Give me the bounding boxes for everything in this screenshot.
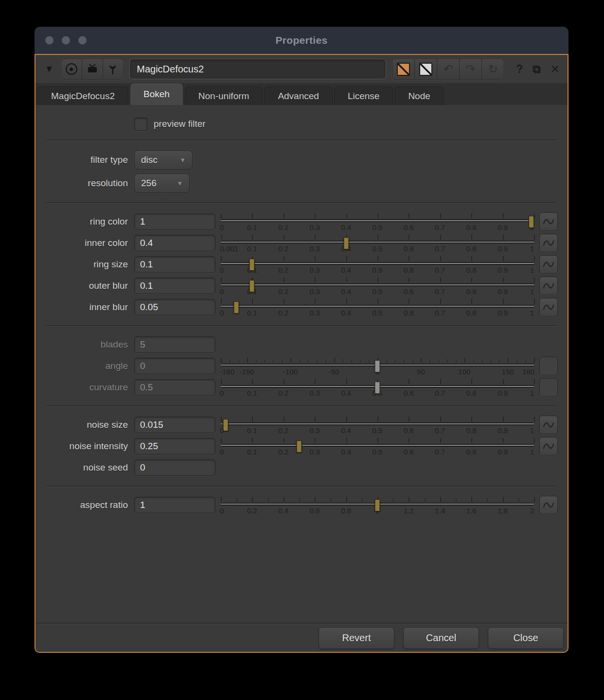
- slider-tick: [534, 235, 535, 240]
- node-menu-icon[interactable]: ▼: [43, 64, 55, 74]
- outer-blur-input[interactable]: 0.1: [134, 278, 215, 294]
- aspect-ratio-input[interactable]: 1: [134, 497, 215, 513]
- node-settings-button[interactable]: [103, 59, 124, 79]
- tab-non-uniform[interactable]: Non-uniform: [185, 87, 263, 105]
- curvature-input[interactable]: 0.5: [134, 379, 215, 396]
- slider-tick: [377, 278, 378, 282]
- slider-tick: [409, 438, 409, 443]
- gl-color-button[interactable]: [415, 59, 437, 79]
- slider-tick-label: 0.9: [497, 287, 508, 296]
- monitor-output-button[interactable]: [82, 59, 103, 79]
- slider-tick: [503, 278, 504, 282]
- properties-content: ▼ MagicDefocus2: [35, 54, 568, 653]
- outer-blur-slider[interactable]: 00.10.20.30.40.50.60.70.80.91: [221, 275, 534, 297]
- aspect-ratio-slider[interactable]: 00.20.40.60.811.21.41.61.82: [221, 494, 534, 516]
- angle-slider-handle[interactable]: [375, 360, 380, 372]
- aspect-ratio-curve-button[interactable]: [539, 496, 558, 514]
- slider-tick-label: 0.4: [341, 309, 351, 317]
- inner-blur-slider-handle[interactable]: [234, 301, 239, 314]
- noise-intensity-slider-handle[interactable]: [297, 440, 302, 453]
- tab-magicdefocus2[interactable]: MagicDefocus2: [37, 87, 128, 105]
- ring-color-input[interactable]: 1: [134, 213, 215, 230]
- undo-icon: ↶: [444, 63, 453, 75]
- animation-curve-icon: [542, 280, 555, 292]
- undo-button[interactable]: ↶: [437, 59, 460, 79]
- noise-intensity-slider[interactable]: 00.10.20.30.40.50.60.70.80.91: [221, 436, 534, 457]
- center-node-button[interactable]: [61, 59, 82, 79]
- angle-slider[interactable]: -180-150-100-50050100150180: [221, 355, 534, 377]
- ring-size-slider[interactable]: 00.10.20.30.40.50.60.70.80.91: [221, 254, 534, 275]
- curvature-curve-button[interactable]: [539, 378, 558, 397]
- ring-color-slider-handle[interactable]: [529, 216, 534, 228]
- close-button[interactable]: Close: [488, 627, 564, 649]
- titlebar[interactable]: Properties: [35, 27, 568, 54]
- revert-changes-button[interactable]: ↻: [482, 59, 504, 79]
- slider-tick: [440, 278, 441, 282]
- slider-track: [221, 262, 534, 265]
- inner-blur-slider[interactable]: 00.10.20.30.40.50.60.70.80.91: [221, 297, 534, 318]
- slider-tick: [440, 497, 441, 502]
- preview-filter-checkbox[interactable]: [134, 118, 147, 131]
- slider-tick-label: 0.2: [278, 448, 288, 456]
- ring-color-slider[interactable]: 00.10.20.30.40.50.60.70.80.91: [221, 211, 534, 232]
- ring-size-curve-button[interactable]: [539, 255, 558, 274]
- resolution-dropdown[interactable]: 256 ▼: [134, 174, 190, 193]
- close-panel-icon[interactable]: ✕: [551, 64, 560, 75]
- slider-tick: [346, 213, 347, 218]
- resolution-row: resolution 256 ▼: [36, 172, 568, 195]
- filter-type-dropdown[interactable]: disc ▼: [134, 150, 193, 170]
- slider-tick: [346, 299, 347, 304]
- noise-size-curve-button[interactable]: [539, 416, 558, 434]
- blades-input[interactable]: 5: [134, 336, 215, 353]
- slider-tick: [315, 497, 316, 502]
- noise-size-slider[interactable]: 00.10.20.30.40.50.60.70.80.91: [221, 414, 534, 436]
- monitor-icon: [87, 64, 98, 74]
- inner-color-input[interactable]: 0.4: [134, 235, 215, 251]
- minimize-window-button[interactable]: [62, 36, 70, 45]
- float-window-icon[interactable]: ⧉: [533, 64, 540, 75]
- noise-seed-input[interactable]: 0: [134, 459, 215, 476]
- tab-bokeh[interactable]: Bokeh: [130, 83, 183, 105]
- tab-license[interactable]: License: [334, 87, 393, 105]
- slider-tick: [315, 235, 316, 240]
- tab-node[interactable]: Node: [394, 87, 444, 105]
- revert-button[interactable]: Revert: [319, 627, 394, 649]
- close-window-button[interactable]: [45, 36, 53, 45]
- slider-tick-label: 0.1: [247, 426, 257, 435]
- angle-input[interactable]: 0: [134, 358, 215, 374]
- zoom-window-button[interactable]: [78, 36, 87, 45]
- noise-size-slider-handle[interactable]: [223, 419, 228, 431]
- ring-color-curve-button[interactable]: [539, 212, 558, 231]
- slider-tick-label: 0.2: [278, 245, 288, 253]
- slider-tick: [377, 438, 378, 443]
- tab-advanced[interactable]: Advanced: [264, 87, 333, 105]
- node-name-input[interactable]: MagicDefocus2: [129, 59, 386, 79]
- noise-size-input[interactable]: 0.015: [134, 417, 215, 433]
- ring-size-input[interactable]: 0.1: [134, 256, 215, 273]
- cancel-button[interactable]: Cancel: [403, 627, 479, 649]
- slider-tick-label: 0.4: [341, 287, 351, 296]
- slider-track: [221, 422, 534, 425]
- noise-size-row: noise size0.01500.10.20.30.40.50.60.70.8…: [36, 414, 568, 436]
- curvature-slider[interactable]: 00.10.20.30.40.50.60.70.80.91: [221, 377, 534, 398]
- animation-curve-icon: [542, 258, 555, 271]
- angle-curve-button[interactable]: [539, 357, 558, 375]
- noise-intensity-curve-button[interactable]: [539, 437, 558, 455]
- inner-color-slider-handle[interactable]: [343, 237, 349, 249]
- inner-blur-input[interactable]: 0.05: [134, 299, 215, 315]
- outer-blur-curve-button[interactable]: [539, 277, 558, 295]
- inner-blur-curve-button[interactable]: [539, 298, 558, 316]
- noise-intensity-input[interactable]: 0.25: [134, 438, 215, 455]
- ring-size-slider-handle[interactable]: [249, 259, 255, 271]
- outer-blur-slider-handle[interactable]: [249, 280, 255, 292]
- slider-minor-tick: [273, 359, 274, 363]
- help-icon[interactable]: ?: [516, 64, 523, 75]
- node-color-button[interactable]: [392, 59, 415, 79]
- curvature-slider-handle[interactable]: [375, 382, 380, 394]
- inner-color-slider[interactable]: 0.0010.10.20.30.40.50.60.70.80.91: [221, 232, 534, 254]
- redo-button[interactable]: ↷: [460, 59, 482, 79]
- slider-tick-label: 0.8: [466, 266, 477, 274]
- slider-tick: [252, 379, 253, 384]
- inner-color-curve-button[interactable]: [539, 234, 558, 252]
- aspect-ratio-slider-handle[interactable]: [375, 499, 380, 511]
